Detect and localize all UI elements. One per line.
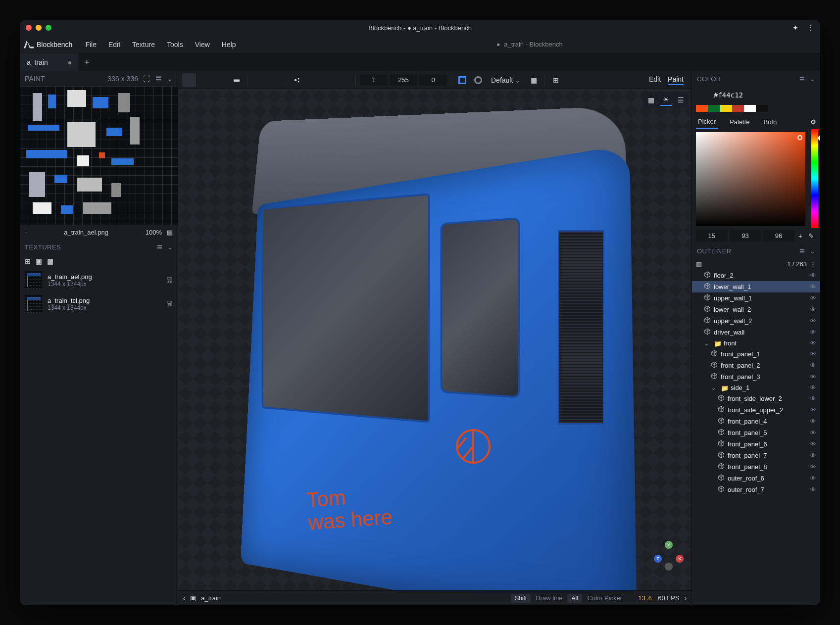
outliner-item[interactable]: outer_roof_6👁 xyxy=(692,473,820,484)
saturation-input[interactable]: 93 xyxy=(730,230,761,241)
add-swatch-icon[interactable]: + xyxy=(796,232,804,240)
hue-slider[interactable] xyxy=(811,129,818,228)
recent-color-swatch[interactable] xyxy=(720,105,732,112)
uv-layout-icon[interactable]: ▤ xyxy=(167,229,173,236)
brush-shape-circle[interactable] xyxy=(471,73,485,87)
chevron-down-icon[interactable]: ⌄ xyxy=(704,339,711,347)
fill-tool-icon[interactable] xyxy=(198,73,212,87)
mode-edit[interactable]: Edit xyxy=(649,75,661,85)
minimize-window-icon[interactable] xyxy=(36,25,42,31)
recent-color-swatch[interactable] xyxy=(744,105,756,112)
eyedropper-icon[interactable]: ✎ xyxy=(806,232,816,240)
visibility-toggle-icon[interactable]: 👁 xyxy=(810,373,816,381)
hue-input[interactable]: 15 xyxy=(696,230,728,241)
color-tab-palette[interactable]: Palette xyxy=(728,115,751,129)
tab-add-button[interactable]: + xyxy=(79,53,95,71)
outliner-item[interactable]: front_panel_1👁 xyxy=(692,348,820,360)
eraser-tool-icon[interactable] xyxy=(252,73,266,87)
screenshot-icon[interactable]: ▦ xyxy=(645,94,657,106)
menu-view[interactable]: View xyxy=(190,38,215,51)
brush-opacity-input[interactable]: 255 xyxy=(390,74,417,86)
visibility-toggle-icon[interactable]: 👁 xyxy=(810,475,816,482)
visibility-toggle-icon[interactable]: 👁 xyxy=(810,350,816,358)
texture-grid-icon[interactable]: ▦ xyxy=(47,257,53,265)
visibility-toggle-icon[interactable]: 👁 xyxy=(810,317,816,325)
visibility-toggle-icon[interactable]: 👁 xyxy=(810,306,816,313)
current-color-swatch[interactable] xyxy=(696,88,710,102)
outliner-item[interactable]: floor_2👁 xyxy=(692,270,820,281)
color-hex-input[interactable]: #f44c12 xyxy=(714,91,743,99)
panel-options-icon[interactable]: 〓 xyxy=(799,74,806,83)
outliner-folder[interactable]: ⌄📁side_1👁 xyxy=(692,383,820,393)
gradient-tool-icon[interactable] xyxy=(230,73,244,87)
visibility-toggle-icon[interactable]: 👁 xyxy=(810,486,816,493)
texture-item[interactable]: a_train_tcl.png 1344 x 1344px 🖫 xyxy=(20,292,178,316)
visibility-toggle-icon[interactable]: 👁 xyxy=(810,406,816,414)
nav-forward-icon[interactable]: › xyxy=(685,594,687,602)
recent-color-swatch[interactable] xyxy=(780,105,792,112)
menu-tools[interactable]: Tools xyxy=(162,38,188,51)
outliner-item[interactable]: front_panel_8👁 xyxy=(692,461,820,473)
brush-size-input[interactable]: 1 xyxy=(360,74,388,86)
panel-collapse-icon[interactable]: ⌄ xyxy=(167,243,173,251)
recent-color-swatch[interactable] xyxy=(756,105,768,112)
visibility-toggle-icon[interactable]: 👁 xyxy=(810,452,816,459)
visibility-toggle-icon[interactable]: 👁 xyxy=(810,463,816,471)
visibility-toggle-icon[interactable]: 👁 xyxy=(810,395,816,402)
visibility-toggle-icon[interactable]: 👁 xyxy=(810,329,816,336)
menu-edit[interactable]: Edit xyxy=(103,38,125,51)
eyedropper-tool-icon[interactable] xyxy=(268,73,282,87)
outliner-item[interactable]: upper_wall_2👁 xyxy=(692,315,820,327)
visibility-toggle-icon[interactable]: 👁 xyxy=(810,384,816,391)
close-window-icon[interactable] xyxy=(26,25,32,31)
visibility-toggle-icon[interactable]: 👁 xyxy=(810,272,816,279)
panel-collapse-icon[interactable]: ⌄ xyxy=(810,75,816,83)
texture-item[interactable]: a_train_ael.png 1344 x 1344px 🖫 xyxy=(20,268,178,292)
visibility-toggle-icon[interactable]: 👁 xyxy=(810,440,816,448)
tab-a-train[interactable]: a_train ● xyxy=(20,53,79,71)
panel-options-icon[interactable]: 〓 xyxy=(799,246,806,255)
color-picker-area[interactable] xyxy=(696,132,805,226)
brush-tool-icon[interactable] xyxy=(182,73,196,87)
visibility-toggle-icon[interactable]: 👁 xyxy=(810,283,816,290)
save-texture-icon[interactable]: 🖫 xyxy=(166,276,173,284)
outliner-item[interactable]: front_panel_2👁 xyxy=(692,360,820,371)
visibility-toggle-icon[interactable]: 👁 xyxy=(810,339,816,347)
panel-collapse-icon[interactable]: ⌄ xyxy=(810,247,816,255)
recent-color-swatch[interactable] xyxy=(804,105,816,112)
color-tab-both[interactable]: Both xyxy=(762,115,779,129)
tab-unsaved-icon[interactable]: ● xyxy=(68,58,72,66)
brush-shape-square[interactable] xyxy=(455,73,469,87)
uv-prev-icon[interactable]: - xyxy=(25,229,27,236)
pixel-grid-icon[interactable]: ▦ xyxy=(527,73,541,87)
save-texture-icon[interactable]: 🖫 xyxy=(166,300,173,308)
nav-back-icon[interactable]: ‹ xyxy=(183,594,185,602)
viewport-3d[interactable]: Tom was here ▦ ☀ ☰ Y Z X xyxy=(178,89,692,590)
painting-grid-icon[interactable]: ⊞ xyxy=(549,73,563,87)
outliner-item[interactable]: front_panel_6👁 xyxy=(692,438,820,450)
fullscreen-icon[interactable]: ⛶ xyxy=(143,75,150,83)
add-texture-icon[interactable]: ⊞ xyxy=(25,257,31,265)
visibility-toggle-icon[interactable]: 👁 xyxy=(810,362,816,369)
recent-color-swatch[interactable] xyxy=(708,105,720,112)
recent-color-swatch[interactable] xyxy=(792,105,804,112)
outliner-folder[interactable]: ⌄📁front👁 xyxy=(692,338,820,348)
color-tab-picker[interactable]: Picker xyxy=(696,115,718,129)
recent-color-swatch[interactable] xyxy=(768,105,780,112)
outliner-menu-icon[interactable]: ⋮ xyxy=(810,260,816,268)
menu-file[interactable]: File xyxy=(80,38,101,51)
outliner-item[interactable]: front_side_upper_2👁 xyxy=(692,404,820,416)
outliner-toggle-icon[interactable]: ▥ xyxy=(696,260,702,268)
panel-options-icon[interactable]: 〓 xyxy=(155,74,162,83)
warning-count[interactable]: 13 ⚠ xyxy=(638,594,653,602)
more-icon[interactable]: ⋮ xyxy=(807,24,814,32)
lock-alpha-icon[interactable] xyxy=(306,73,320,87)
menu-texture[interactable]: Texture xyxy=(127,38,160,51)
mirror-tool-icon[interactable] xyxy=(290,73,304,87)
brush-softness-input[interactable]: 0 xyxy=(419,74,447,86)
recent-color-swatch[interactable] xyxy=(732,105,744,112)
color-settings-icon[interactable]: ⚙ xyxy=(810,118,816,126)
panel-options-icon[interactable]: 〓 xyxy=(156,242,163,251)
outliner-item[interactable]: lower_wall_1👁 xyxy=(692,281,820,292)
outliner-item[interactable]: upper_wall_1👁 xyxy=(692,292,820,304)
